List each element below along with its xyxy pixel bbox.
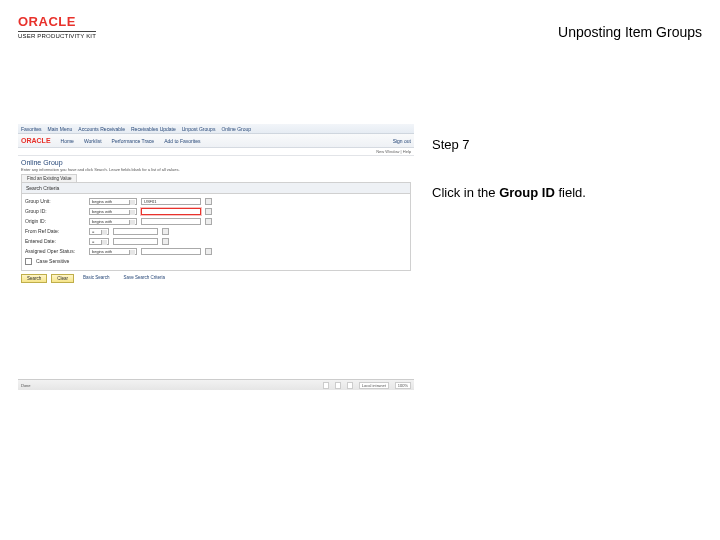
calendar-icon[interactable]: [162, 228, 169, 235]
status-zone: Local intranet: [359, 382, 389, 389]
row-group-id: Group ID: begins with: [25, 207, 407, 215]
status-seg: [335, 382, 341, 389]
select-group-id-op[interactable]: begins with: [89, 208, 137, 215]
select-origin-id-op[interactable]: begins with: [89, 218, 137, 225]
app-logo: ORACLE: [21, 137, 51, 144]
row-origin-id: Origin ID: begins with: [25, 217, 407, 225]
label-entered-date: Entered Date:: [25, 238, 85, 244]
brand-logo: ORACLE: [18, 14, 96, 29]
row-case-sensitive: Case Sensitive: [25, 257, 407, 265]
select-entered-date-op[interactable]: =: [89, 238, 109, 245]
clear-button[interactable]: Clear: [51, 274, 74, 283]
status-zoom: 100%: [395, 382, 411, 389]
sub-links[interactable]: New Window | Help: [18, 148, 414, 156]
brand-block: ORACLE USER PRODUCTIVITY KIT: [18, 14, 96, 39]
input-from-ref[interactable]: [113, 228, 158, 235]
label-from-ref: From Ref Date:: [25, 228, 85, 234]
breadcrumb: Favorites Main Menu Accounts Receivable …: [18, 124, 414, 134]
label-assign-status: Assigned Oper Status:: [25, 248, 85, 254]
row-group-unit: Group Unit: begins with USF01: [25, 197, 407, 205]
select-group-unit-op[interactable]: begins with: [89, 198, 137, 205]
label-group-id: Group ID:: [25, 208, 85, 214]
tab-row: Find an Existing Value: [18, 174, 414, 182]
status-seg: [323, 382, 329, 389]
breadcrumb-item[interactable]: Favorites: [21, 126, 42, 132]
panel-title: Search Criteria: [22, 183, 410, 194]
step-text: Click in the Group ID field.: [432, 184, 692, 202]
calendar-icon[interactable]: [162, 238, 169, 245]
app-header: ORACLE Home Worklist Performance Trace A…: [18, 134, 414, 148]
tab-existing-value[interactable]: Find an Existing Value: [21, 174, 77, 182]
input-group-id[interactable]: [141, 208, 201, 215]
breadcrumb-item[interactable]: Unpost Groups: [182, 126, 216, 132]
save-criteria-link[interactable]: Save Search Criteria: [119, 274, 171, 283]
lookup-icon[interactable]: [205, 208, 212, 215]
breadcrumb-item[interactable]: Online Group: [221, 126, 251, 132]
basic-search-link[interactable]: Basic Search: [78, 274, 115, 283]
step-text-bold: Group ID: [499, 185, 555, 200]
status-done: Done: [21, 383, 31, 388]
breadcrumb-item[interactable]: Receivables Update: [131, 126, 176, 132]
step-text-after: field.: [555, 185, 586, 200]
label-group-unit: Group Unit:: [25, 198, 85, 204]
breadcrumb-item[interactable]: Main Menu: [48, 126, 73, 132]
step-label: Step 7: [432, 136, 692, 154]
nav-link-fav[interactable]: Add to Favorites: [164, 138, 200, 144]
row-assign-status: Assigned Oper Status: begins with: [25, 247, 407, 255]
label-origin-id: Origin ID:: [25, 218, 85, 224]
status-seg: [347, 382, 353, 389]
input-entered-date[interactable]: [113, 238, 158, 245]
nav-link-signout[interactable]: Sign out: [393, 138, 411, 144]
select-from-ref-op[interactable]: =: [89, 228, 109, 235]
input-group-unit[interactable]: USF01: [141, 198, 201, 205]
nav-link-home[interactable]: Home: [61, 138, 74, 144]
step-text-before: Click in the: [432, 185, 499, 200]
status-bar: Done Local intranet 100%: [18, 379, 414, 390]
instruction-panel: Step 7 Click in the Group ID field.: [432, 136, 692, 202]
label-case-sensitive: Case Sensitive: [36, 258, 69, 264]
lookup-icon[interactable]: [205, 198, 212, 205]
row-entered-date: Entered Date: =: [25, 237, 407, 245]
nav-link-worklist[interactable]: Worklist: [84, 138, 102, 144]
input-assign-status[interactable]: [141, 248, 201, 255]
select-assign-status-op[interactable]: begins with: [89, 248, 137, 255]
page-title: Online Group: [18, 156, 414, 167]
input-origin-id[interactable]: [141, 218, 201, 225]
checkbox-case-sensitive[interactable]: [25, 258, 32, 265]
brand-subtitle: USER PRODUCTIVITY KIT: [18, 31, 96, 39]
topic-title: Unposting Item Groups: [558, 24, 702, 40]
search-button[interactable]: Search: [21, 274, 47, 283]
button-row: Search Clear Basic Search Save Search Cr…: [21, 274, 411, 283]
search-panel: Search Criteria Group Unit: begins with …: [21, 182, 411, 271]
app-screenshot: Favorites Main Menu Accounts Receivable …: [18, 124, 414, 390]
row-from-ref: From Ref Date: =: [25, 227, 407, 235]
lookup-icon[interactable]: [205, 248, 212, 255]
nav-link-perf[interactable]: Performance Trace: [112, 138, 155, 144]
page-description: Enter any information you have and click…: [18, 167, 414, 174]
lookup-icon[interactable]: [205, 218, 212, 225]
breadcrumb-item[interactable]: Accounts Receivable: [78, 126, 125, 132]
